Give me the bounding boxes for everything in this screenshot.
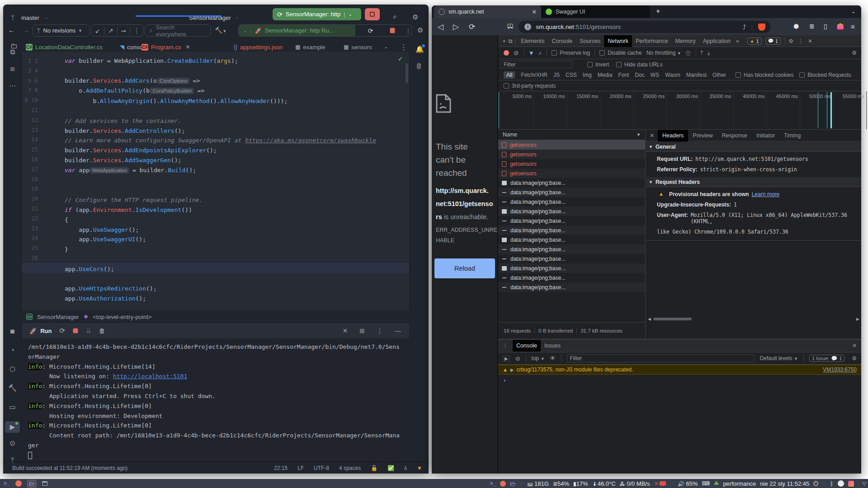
- net-settings-gear-icon[interactable]: ⚙: [852, 50, 857, 56]
- lambda-icon[interactable]: λ: [404, 465, 407, 471]
- vcs-widget[interactable]: ᛘNo revisions▼: [33, 24, 90, 37]
- clear-trash-icon[interactable]: 🗑: [99, 327, 105, 334]
- console-tab[interactable]: Console: [513, 340, 541, 352]
- branch-selector[interactable]: master: [21, 14, 39, 21]
- breadcrumb-project[interactable]: SensorManager: [37, 314, 79, 320]
- close-detail-icon[interactable]: ✕: [650, 132, 654, 139]
- filter-chip-css[interactable]: CSS: [566, 72, 577, 78]
- export-har-icon[interactable]: ⤓: [708, 50, 710, 56]
- network-request-row[interactable]: data:image/png;base...: [498, 206, 645, 216]
- playlist-icon[interactable]: ≣: [809, 23, 815, 30]
- filter-chip-fetch/xhr[interactable]: Fetch/XHR: [521, 72, 547, 78]
- network-request-row[interactable]: data:image/png;base...: [498, 235, 645, 244]
- search-everywhere-box[interactable]: ⌕Search everywhere: [145, 24, 211, 37]
- issue-chip[interactable]: 1 Issue:💬1: [809, 355, 844, 362]
- drawer-more-icon[interactable]: ⋮: [503, 343, 508, 349]
- build-hammer-button[interactable]: 🔨▼: [215, 26, 226, 34]
- network-conditions-icon[interactable]: ㊉: [686, 49, 691, 57]
- files-icon[interactable]: 🗁: [27, 480, 37, 488]
- filter-chip-js[interactable]: JS: [553, 72, 560, 78]
- notes-icon[interactable]: 🗔: [42, 480, 48, 487]
- context-select[interactable]: top ▼: [532, 355, 545, 361]
- devtools-more-icon[interactable]: ⋮: [798, 38, 803, 44]
- nav-back-icon[interactable]: ←: [8, 26, 15, 34]
- network-request-row[interactable]: getsensors: [498, 159, 645, 169]
- inspections-ok-icon[interactable]: ✓: [398, 56, 403, 62]
- show-desktop-icon[interactable]: ▽: [863, 481, 866, 487]
- tab-list-chevron-icon[interactable]: ⌄: [851, 9, 855, 14]
- devtools-tab-application[interactable]: Application: [699, 35, 734, 47]
- terminal-icon[interactable]: >_: [490, 480, 496, 487]
- caret-position[interactable]: 22:15: [274, 465, 288, 471]
- learn-more-link[interactable]: Learn more: [752, 191, 779, 197]
- warnings-badge[interactable]: ▲1: [747, 38, 762, 45]
- terminal-icon[interactable]: ▭: [3, 403, 22, 411]
- memory-usage[interactable]: ≣54%: [553, 480, 569, 487]
- database-icon[interactable]: 🛢: [415, 62, 422, 70]
- profiler-icon[interactable]: ◔: [3, 346, 22, 354]
- detail-tab-preview[interactable]: Preview: [688, 130, 717, 141]
- filter-chip-other[interactable]: Other: [712, 72, 726, 78]
- reload-icon[interactable]: ⟳: [469, 22, 475, 32]
- console-settings-icon[interactable]: ⚙: [852, 355, 857, 361]
- cpu-usage[interactable]: ▮17%: [573, 480, 588, 487]
- sidebar-icon[interactable]: ▯: [824, 23, 827, 30]
- run-anything-icon[interactable]: ⬡: [3, 365, 22, 373]
- console-link[interactable]: http://localhost:5101: [113, 373, 187, 380]
- preserve-log-checkbox[interactable]: [552, 50, 557, 56]
- network-request-row[interactable]: data:image/png;base...: [498, 225, 645, 235]
- leaf-icon[interactable]: ☘: [714, 480, 719, 487]
- build-tool-icon[interactable]: 🔨: [3, 384, 22, 392]
- run-tool-icon[interactable]: ▶: [5, 421, 20, 433]
- firefox-icon[interactable]: [500, 481, 506, 487]
- detail-tab-timing[interactable]: Timing: [779, 130, 805, 141]
- nav-forward-icon[interactable]: →: [23, 26, 29, 34]
- project-view-icon[interactable]: ⧉: [3, 48, 22, 56]
- issues-tab[interactable]: Issues: [541, 340, 564, 352]
- vcs-more-icon[interactable]: ⋮: [130, 27, 143, 34]
- detail-tab-response[interactable]: Response: [717, 130, 752, 141]
- line-ending[interactable]: LF: [297, 465, 304, 471]
- invert-checkbox[interactable]: [587, 62, 593, 67]
- hide-data-urls-checkbox[interactable]: [616, 62, 622, 67]
- network-request-row[interactable]: data:image/png;base...: [498, 244, 645, 254]
- folder-icon[interactable]: 🗁: [510, 480, 516, 487]
- clear-icon[interactable]: ⊘: [514, 49, 519, 56]
- forward-icon[interactable]: ▷: [453, 22, 459, 32]
- share-icon[interactable]: ⤴: [742, 23, 745, 31]
- search-icon[interactable]: ⌕: [539, 49, 542, 56]
- filter-chip-manifest[interactable]: Manifest: [686, 72, 707, 78]
- levels-select[interactable]: Default levels ▼: [760, 355, 798, 361]
- run-widget-config[interactable]: ⌄ | 🚀 SensorManager: http Ru...: [239, 25, 355, 36]
- devtools-tab-elements[interactable]: Elements: [517, 35, 548, 47]
- devtools-tab-memory[interactable]: Memory: [672, 35, 699, 47]
- filter-chip-ws[interactable]: WS: [651, 72, 659, 78]
- import-har-icon[interactable]: ⤒: [701, 50, 703, 56]
- filter-chip-wasm[interactable]: Wasm: [665, 72, 680, 78]
- tabs-dropdown-icon[interactable]: ⌄: [384, 44, 388, 50]
- inspect-icon[interactable]: ⌖: [503, 38, 506, 44]
- console-warning-row[interactable]: ▲ ▶ crbug/1173575, non-JS module files d…: [498, 365, 861, 375]
- network-request-row[interactable]: data:image/png;base...: [498, 273, 645, 282]
- commit-icon[interactable]: ⊸: [117, 27, 130, 34]
- volume[interactable]: 🔊 65%: [678, 480, 698, 487]
- name-column-header[interactable]: Name▼: [498, 130, 645, 140]
- notifications-bell-icon[interactable]: 🔔: [415, 45, 424, 53]
- settings-gear-icon[interactable]: ⚙: [412, 13, 418, 21]
- filter-chip-font[interactable]: Font: [618, 72, 629, 78]
- more-icon[interactable]: ⋮: [377, 327, 383, 334]
- detail-tab-headers[interactable]: Headers: [658, 130, 688, 141]
- layout-icon[interactable]: ⊞: [359, 327, 365, 334]
- network-request-row[interactable]: data:image/png;base...: [498, 188, 645, 197]
- breadcrumb-entry[interactable]: <top-level-entry-point>: [93, 314, 151, 320]
- console-prompt-chevron[interactable]: ›: [504, 377, 505, 384]
- has-blocked-cookies-checkbox[interactable]: [736, 72, 741, 78]
- bluetooth-icon[interactable]: ᛒ: [830, 480, 834, 487]
- stop-button[interactable]: [365, 8, 380, 20]
- close-icon[interactable]: ✕: [532, 9, 537, 15]
- extensions-puzzle-icon[interactable]: ⬢: [793, 23, 799, 30]
- bookmark-icon[interactable]: 🕮: [507, 22, 514, 29]
- discord-icon[interactable]: [838, 480, 844, 487]
- stop-icon[interactable]: [73, 328, 78, 333]
- request-headers-section-header[interactable]: ▼Request Headers: [646, 177, 861, 187]
